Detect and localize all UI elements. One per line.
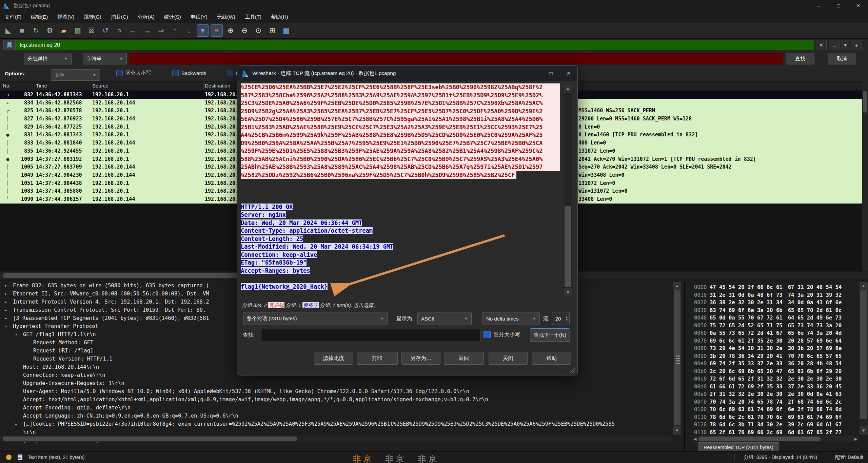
dialog-maximize-button[interactable]: □ xyxy=(542,66,560,81)
detail-line[interactable]: Accept: text/html,application/xhtml+xml,… xyxy=(0,396,671,404)
menu-item-7[interactable]: 统计(S) xyxy=(159,11,186,23)
column-source[interactable]: Source xyxy=(92,83,108,89)
hex-row[interactable]: 010070 6c 69 63 61 74 69 6f6e 2f 78 68 7… xyxy=(685,406,860,413)
find-text-input[interactable] xyxy=(129,53,783,64)
backwards-checkbox[interactable]: Backwards xyxy=(172,70,206,76)
hex-row[interactable]: 012078 6d 6c 3b 71 3d 30 2e39 2c 69 6d 6… xyxy=(685,421,860,429)
stop-capture-icon[interactable]: ■ xyxy=(16,25,28,36)
conversation-direction-select[interactable]: 整个对话 (2310 bytes)▼ xyxy=(243,312,388,325)
hex-row[interactable]: 007069 6c 6c 61 2f 35 2e 3020 28 57 69 6… xyxy=(685,337,860,345)
delta-times-select[interactable]: No delta times▼ xyxy=(482,312,540,325)
stream-number-spinner[interactable]: 20 ▲▼ xyxy=(552,312,570,325)
dialog-find-input[interactable] xyxy=(261,329,481,341)
char-width-select[interactable]: 宽窄▼ xyxy=(51,69,100,81)
menu-item-4[interactable]: 跳转(G) xyxy=(79,11,106,23)
menu-item-11[interactable]: 帮助(H) xyxy=(266,11,293,23)
find-target-select[interactable]: 分组详情▼ xyxy=(24,53,72,64)
hex-row[interactable]: 011078 6d 6c 2c 61 70 70 6c69 63 61 74 6… xyxy=(685,413,860,421)
go-first-packet-icon[interactable]: ↑ xyxy=(169,25,181,36)
hex-row[interactable]: 00f070 74 3a 20 74 65 78 742f 68 74 6d 6… xyxy=(685,398,860,406)
detail-line[interactable]: Upgrade-Insecure-Requests: 1\r\n xyxy=(0,379,671,387)
stream-content[interactable]: %25CE%25D6%25EA%25BB%25E7%25E2%25CF%25E6… xyxy=(241,83,560,296)
hex-row[interactable]: 00d061 66 61 72 69 2f 35 3337 2e 33 36 2… xyxy=(685,383,860,391)
apply-filter-icon[interactable]: → xyxy=(829,40,840,50)
dialog-close-button[interactable]: ✕ xyxy=(560,66,577,81)
back-button[interactable]: 返回 xyxy=(444,352,484,365)
hex-row[interactable]: 004065 0d 0a 55 70 67 72 6164 65 2d 49 6… xyxy=(685,314,860,322)
help-button[interactable]: 帮助 xyxy=(532,352,571,365)
find-packet-icon[interactable]: ○ xyxy=(114,25,125,36)
minimize-button[interactable]: – xyxy=(809,0,829,11)
capture-comment-icon[interactable] xyxy=(18,455,22,460)
columns-table-icon[interactable]: ▦ xyxy=(280,25,292,36)
menu-item-1[interactable]: 文件(F) xyxy=(0,11,26,23)
hex-row[interactable]: 00b02c 20 6c 69 6b 65 20 4765 63 6b 6f 2… xyxy=(685,368,860,375)
close-stream-button[interactable]: 关闭 xyxy=(489,352,528,365)
find-next-button[interactable]: 查找下一个(N) xyxy=(530,328,570,342)
dialog-case-checkbox[interactable] xyxy=(484,331,491,338)
expand-arrow-icon[interactable]: ▾ xyxy=(5,322,7,330)
status-profile[interactable]: 配置: Default xyxy=(826,454,868,461)
menu-item-5[interactable]: 捕获(C) xyxy=(106,11,133,23)
details-hscrollbar[interactable] xyxy=(0,436,671,442)
colorize-icon[interactable]: ≡ xyxy=(211,25,222,36)
hex-row[interactable]: 00e02f 31 32 32 2e 30 2e 302e 30 0d 0a 4… xyxy=(685,390,860,398)
expand-arrow-icon[interactable]: ▾ xyxy=(15,330,17,339)
spinner-down-icon[interactable]: ▼ xyxy=(566,319,568,322)
menu-item-9[interactable]: 无线(W) xyxy=(212,11,240,23)
restart-capture-icon[interactable]: ↻ xyxy=(30,25,42,36)
go-forward-icon[interactable]: → xyxy=(141,25,153,36)
menu-item-10[interactable]: 工具(T) xyxy=(240,11,266,23)
column-destination[interactable]: Destination xyxy=(205,83,230,89)
column-no[interactable]: No. xyxy=(3,83,11,89)
expand-arrow-icon[interactable]: ▸ xyxy=(15,420,17,428)
spinner-up-icon[interactable]: ▲ xyxy=(566,315,568,319)
clear-filter-icon[interactable]: ✕ xyxy=(816,40,827,50)
cancel-find-button[interactable]: 取消 xyxy=(828,53,856,64)
detail-line[interactable]: Accept-Encoding: gzip, deflate\r\n xyxy=(0,404,671,412)
save-file-icon[interactable]: ▤ xyxy=(72,25,83,36)
expand-arrow-icon[interactable]: ▸ xyxy=(5,282,7,290)
start-capture-icon[interactable]: ◣ xyxy=(2,25,14,36)
dialog-title-bar[interactable]: Wireshark · 追踪 TCP 流 (tcp.stream eq 20) … xyxy=(237,66,577,81)
detail-line[interactable]: Accept-Language: zh-CN,zh;q=0.9,en;q=0.8… xyxy=(0,412,671,420)
hex-row[interactable]: 003063 74 69 6f 6e 3a 20 6b65 65 70 2d 6… xyxy=(685,307,860,314)
find-button[interactable]: 查找 xyxy=(786,53,814,64)
hex-row[interactable]: 008073 20 4e 54 20 31 30 2e30 3b 20 57 6… xyxy=(685,345,860,352)
maximize-button[interactable]: □ xyxy=(829,0,848,11)
close-button[interactable]: ✕ xyxy=(848,0,868,11)
column-time[interactable]: Time xyxy=(36,83,47,89)
expand-arrow-icon[interactable]: ▸ xyxy=(5,306,7,314)
resize-columns-icon[interactable]: ⊞ xyxy=(267,25,278,36)
menu-item-6[interactable]: 分析(A) xyxy=(133,11,159,23)
reload-file-icon[interactable]: ↺ xyxy=(100,25,111,36)
expand-arrow-icon[interactable]: ▸ xyxy=(5,298,7,306)
find-mode-select[interactable]: 字符串▼ xyxy=(83,53,127,64)
print-button[interactable]: 打印 xyxy=(357,352,398,365)
hex-source-tab[interactable]: Reassembled TCP (2041 bytes) xyxy=(698,442,779,452)
details-vscrollbar[interactable]: ▲ ▼ xyxy=(673,282,682,435)
stream-vscrollbar[interactable]: ▲ ▼ xyxy=(564,84,572,296)
case-sensitive-checkbox[interactable]: 区分大小写 xyxy=(116,70,151,76)
hex-row[interactable]: 002036 38 2e 32 30 2e 31 3434 0d 0a 43 6… xyxy=(685,299,860,307)
add-filter-button[interactable]: + xyxy=(851,40,862,50)
menu-item-2[interactable]: 编辑(E) xyxy=(26,11,53,23)
hex-row[interactable]: 005075 72 65 2d 52 65 71 7565 73 74 73 3… xyxy=(685,322,860,330)
hex-row[interactable]: 001031 2e 31 0d 0a 48 6f 7374 3a 20 31 3… xyxy=(685,291,860,299)
bookmark-icon[interactable] xyxy=(3,40,16,50)
show-as-select[interactable]: ASCII▼ xyxy=(417,312,472,325)
close-file-icon[interactable]: ☒ xyxy=(86,25,97,36)
hex-row[interactable]: 00600a 55 73 65 72 2d 41 6765 6e 74 3a 2… xyxy=(685,329,860,337)
zoom-out-icon[interactable]: ⊖ xyxy=(239,25,250,36)
display-filter-input[interactable]: tcp.stream eq 20 xyxy=(16,40,814,50)
menu-item-8[interactable]: 电话(Y) xyxy=(186,11,212,23)
packet-list-vscrollbar[interactable] xyxy=(862,81,868,271)
go-last-packet-icon[interactable]: ↓ xyxy=(183,25,195,36)
dialog-minimize-button[interactable]: – xyxy=(525,66,542,81)
detail-line[interactable]: ▸[…]Cookie: PHPSESSID=psb122ur4r3o7ih10l… xyxy=(0,420,671,428)
hex-row[interactable]: 00a069 74 2f 35 33 37 2e 3336 20 28 4b 4… xyxy=(685,360,860,368)
expert-info-icon[interactable] xyxy=(6,455,12,460)
hex-row[interactable]: 00c072 6f 6d 65 2f 31 32 322e 30 2e 30 2… xyxy=(685,375,860,383)
save-as-button[interactable]: 另存为… xyxy=(401,352,440,365)
hex-vscrollbar[interactable]: ▲ ▼ xyxy=(859,282,868,435)
